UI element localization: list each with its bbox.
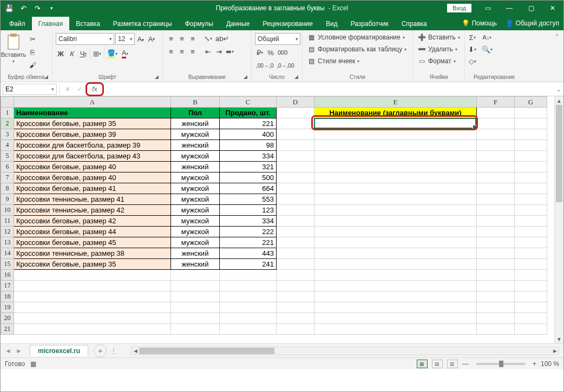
cell-G5[interactable]: [515, 151, 547, 162]
cell-E13[interactable]: [314, 237, 477, 248]
col-header-B[interactable]: B: [171, 97, 220, 108]
cell-A10[interactable]: Кроссовки теннисные, размер 42: [14, 205, 171, 216]
cell-C1[interactable]: Продано, шт.: [220, 108, 277, 118]
row-header-6[interactable]: 6: [1, 162, 14, 172]
cell-F2[interactable]: [477, 118, 515, 129]
cell-A15[interactable]: Кроссовки беговые, размер 35: [14, 259, 171, 270]
conditional-formatting-button[interactable]: ▦Условное форматирование: [305, 32, 409, 43]
cell-A7[interactable]: Кроссовки беговые, размер 40: [14, 172, 171, 183]
tab-home[interactable]: Главная: [32, 17, 70, 30]
cell-C9[interactable]: 553: [220, 194, 277, 205]
row-header-19[interactable]: 19: [1, 302, 14, 313]
cell-C19[interactable]: [220, 302, 277, 313]
cell-F11[interactable]: [477, 216, 515, 227]
cell-G1[interactable]: [515, 108, 547, 118]
cell-C15[interactable]: 241: [220, 259, 277, 270]
number-format-combo[interactable]: Общий: [255, 33, 300, 45]
sheet-tab[interactable]: microexcel.ru: [30, 345, 88, 356]
cell-G13[interactable]: [515, 237, 547, 248]
cell-C14[interactable]: 443: [220, 248, 277, 259]
cell-A3[interactable]: Кроссовки беговые, размер 39: [14, 129, 171, 140]
cell-E1[interactable]: Наименование (заглавными буквами): [314, 108, 477, 118]
cell-F1[interactable]: [477, 108, 515, 118]
cancel-formula-icon[interactable]: ✕: [62, 84, 74, 95]
row-header-16[interactable]: 16: [1, 270, 14, 281]
tab-insert[interactable]: Вставка: [69, 17, 107, 30]
cell-D3[interactable]: [277, 129, 314, 140]
cell-D4[interactable]: [277, 140, 314, 151]
italic-button[interactable]: К: [67, 48, 77, 59]
cell-C5[interactable]: 334: [220, 151, 277, 162]
cell-D10[interactable]: [277, 205, 314, 216]
redo-icon[interactable]: ↷: [32, 3, 43, 14]
row-header-8[interactable]: 8: [1, 183, 14, 194]
cell-D2[interactable]: [277, 118, 314, 129]
cell-E8[interactable]: [314, 183, 477, 194]
cell-F19[interactable]: [477, 302, 515, 313]
page-layout-view-icon[interactable]: ▤: [432, 360, 443, 368]
row-header-2[interactable]: 2: [1, 118, 14, 129]
row-header-13[interactable]: 13: [1, 237, 14, 248]
cell-B7[interactable]: мужской: [171, 172, 220, 183]
cell-F14[interactable]: [477, 248, 515, 259]
cell-E10[interactable]: [314, 205, 477, 216]
zoom-in-icon[interactable]: +: [533, 360, 536, 368]
orientation-icon[interactable]: ⤡: [203, 33, 213, 44]
cell-F10[interactable]: [477, 205, 515, 216]
col-header-D[interactable]: D: [277, 97, 314, 108]
split-handle-icon[interactable]: ⋮: [110, 347, 117, 355]
cell-A13[interactable]: Кроссовки беговые, размер 45: [14, 237, 171, 248]
cell-D6[interactable]: [277, 162, 314, 172]
cell-A1[interactable]: Наименование: [14, 108, 171, 118]
name-box[interactable]: E2: [3, 84, 57, 95]
cell-C20[interactable]: [220, 313, 277, 324]
share-button[interactable]: 👤 Общий доступ: [501, 16, 563, 30]
cell-G15[interactable]: [515, 259, 547, 270]
cell-B8[interactable]: мужской: [171, 183, 220, 194]
merge-icon[interactable]: ⬌: [225, 46, 235, 57]
save-icon[interactable]: 💾: [4, 3, 15, 14]
cell-D17[interactable]: [277, 281, 314, 291]
zoom-out-icon[interactable]: ―: [462, 360, 469, 368]
cell-G8[interactable]: [515, 183, 547, 194]
clear-icon[interactable]: ◇: [467, 56, 477, 67]
align-left-icon[interactable]: ≡: [166, 46, 176, 57]
tell-me[interactable]: 💡 Помощь: [457, 16, 501, 30]
dialog-launcher-icon[interactable]: ◢: [44, 74, 51, 81]
row-header-5[interactable]: 5: [1, 151, 14, 162]
fill-color-icon[interactable]: 🪣: [106, 48, 119, 59]
cell-B9[interactable]: мужской: [171, 194, 220, 205]
cell-A5[interactable]: Кроссовки для баскетбола, размер 43: [14, 151, 171, 162]
cell-E15[interactable]: [314, 259, 477, 270]
tab-view[interactable]: Вид: [319, 17, 344, 30]
cell-B18[interactable]: [171, 291, 220, 302]
cell-D12[interactable]: [277, 227, 314, 237]
cell-B2[interactable]: женский: [171, 118, 220, 129]
row-header-4[interactable]: 4: [1, 140, 14, 151]
cell-E21[interactable]: [314, 324, 477, 335]
cut-icon[interactable]: ✂: [27, 33, 38, 45]
worksheet-grid[interactable]: ABCDEFG1НаименованиеПолПродано, шт.Наиме…: [1, 96, 563, 343]
collapse-ribbon-icon[interactable]: ˄: [553, 32, 561, 41]
cell-B10[interactable]: мужской: [171, 205, 220, 216]
undo-icon[interactable]: ↶: [18, 3, 29, 14]
tab-developer[interactable]: Разработчик: [344, 17, 395, 30]
cell-G9[interactable]: [515, 194, 547, 205]
col-header-F[interactable]: F: [477, 97, 515, 108]
cell-A18[interactable]: [14, 291, 171, 302]
cell-G14[interactable]: [515, 248, 547, 259]
cell-C7[interactable]: 500: [220, 172, 277, 183]
find-select-icon[interactable]: 🔍: [481, 44, 494, 55]
cell-C16[interactable]: [220, 270, 277, 281]
increase-indent-icon[interactable]: ⇥: [214, 46, 224, 57]
align-bottom-icon[interactable]: ≡: [188, 33, 198, 44]
cell-E16[interactable]: [314, 270, 477, 281]
cell-C17[interactable]: [220, 281, 277, 291]
row-header-9[interactable]: 9: [1, 194, 14, 205]
delete-cells-button[interactable]: ➖Удалить: [415, 44, 462, 55]
cell-B4[interactable]: женский: [171, 140, 220, 151]
cell-C10[interactable]: 123: [220, 205, 277, 216]
cell-G4[interactable]: [515, 140, 547, 151]
close-icon[interactable]: ✕: [542, 1, 563, 16]
cell-B3[interactable]: мужской: [171, 129, 220, 140]
